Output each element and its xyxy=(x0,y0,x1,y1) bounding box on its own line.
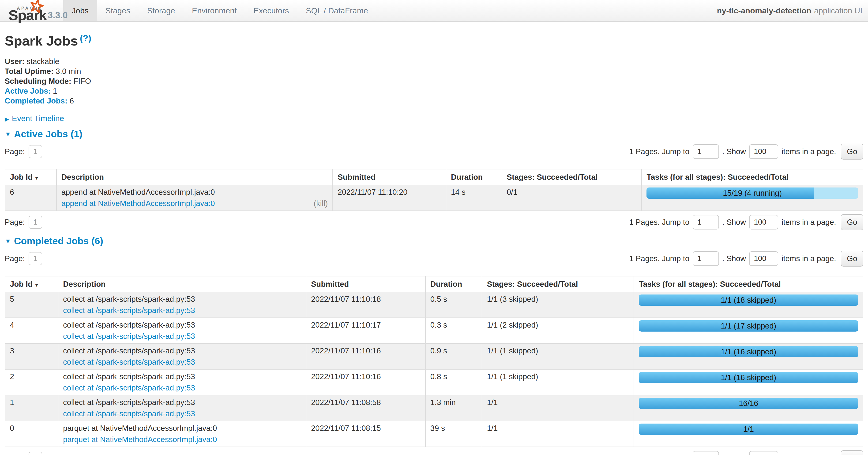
job-id-cell: 3 xyxy=(5,344,58,369)
job-summary: User: stackable Total Uptime: 3.0 min Sc… xyxy=(5,57,863,106)
table-row: 6 append at NativeMethodAccessorImpl.jav… xyxy=(5,185,863,211)
tab-stages[interactable]: Stages xyxy=(97,0,139,21)
active-jobs-link[interactable]: Active Jobs: xyxy=(5,87,51,95)
header-duration[interactable]: Duration xyxy=(446,169,502,185)
pagination-page-input[interactable] xyxy=(29,216,42,229)
header-tasks[interactable]: Tasks (for all stages): Succeeded/Total xyxy=(634,276,863,292)
pagination-bar: Page: 1 Pages. Jump to . Show items in a… xyxy=(5,450,863,455)
pages-jump-text: 1 Pages. Jump to xyxy=(629,254,689,263)
top-navbar: APACHE Spark 3.3.0 Jobs Stages Storage E… xyxy=(0,0,868,22)
jump-to-input[interactable] xyxy=(693,215,719,229)
go-button[interactable]: Go xyxy=(841,251,863,266)
duration-cell: 1.3 min xyxy=(426,395,482,421)
job-detail-link[interactable]: collect at /spark-scripts/spark-ad.py:53 xyxy=(63,383,195,393)
job-detail-link[interactable]: append at NativeMethodAccessorImpl.java:… xyxy=(61,199,215,208)
job-detail-link[interactable]: collect at /spark-scripts/spark-ad.py:53 xyxy=(63,358,195,367)
tab-sql-dataframe[interactable]: SQL / DataFrame xyxy=(298,0,376,21)
task-progress-label: 1/1 (16 skipped) xyxy=(639,346,858,358)
pagination-page-input[interactable] xyxy=(29,452,42,455)
job-detail-link[interactable]: parquet at NativeMethodAccessorImpl.java… xyxy=(63,435,217,444)
stages-cell: 1/1 (2 skipped) xyxy=(482,318,634,344)
table-row: 5 collect at /spark-scripts/spark-ad.py:… xyxy=(5,292,863,318)
summary-user-value: stackable xyxy=(27,57,59,66)
job-id-cell: 5 xyxy=(5,292,58,318)
job-id-cell: 1 xyxy=(5,395,58,421)
table-header-row: Job Id▼ Description Submitted Duration S… xyxy=(5,276,863,292)
sort-arrow-icon: ▼ xyxy=(34,282,39,288)
submitted-cell: 2022/11/07 11:10:17 xyxy=(306,318,426,344)
task-progress-label: 1/1 (17 skipped) xyxy=(639,320,858,332)
event-timeline-label: Event Timeline xyxy=(12,114,64,123)
job-detail-link[interactable]: collect at /spark-scripts/spark-ad.py:53 xyxy=(63,306,195,315)
submitted-cell: 2022/11/07 11:10:16 xyxy=(306,369,426,395)
job-id-cell: 0 xyxy=(5,421,58,447)
duration-cell: 0.3 s xyxy=(426,318,482,344)
go-button[interactable]: Go xyxy=(841,214,863,230)
collapse-right-arrow-icon: ▶ xyxy=(5,116,9,122)
pagination-page-input[interactable] xyxy=(29,145,42,158)
application-ui-suffix: application UI xyxy=(814,6,862,16)
page-size-input[interactable] xyxy=(749,215,778,229)
completed-jobs-link[interactable]: Completed Jobs: xyxy=(5,96,67,105)
tab-environment[interactable]: Environment xyxy=(184,0,245,21)
duration-cell: 0.8 s xyxy=(426,369,482,395)
task-progress-bar: 1/1 (16 skipped) xyxy=(639,346,858,358)
description-text: collect at /spark-scripts/spark-ad.py:53 xyxy=(63,372,301,381)
spark-logo[interactable]: APACHE Spark 3.3.0 xyxy=(5,0,63,21)
pagination-bar: Page: 1 Pages. Jump to . Show items in a… xyxy=(5,251,863,266)
page-size-input[interactable] xyxy=(749,451,778,455)
tasks-progress-cell: 16/16 xyxy=(634,395,863,421)
go-button[interactable]: Go xyxy=(841,450,863,455)
summary-scheduling-mode: Scheduling Mode: FIFO xyxy=(5,76,863,86)
task-progress-label: 15/19 (4 running) xyxy=(647,188,858,199)
description-cell: collect at /spark-scripts/spark-ad.py:53… xyxy=(58,344,306,369)
header-stages[interactable]: Stages: Succeeded/Total xyxy=(502,169,642,185)
header-tasks[interactable]: Tasks (for all stages): Succeeded/Total xyxy=(642,169,863,185)
header-stages[interactable]: Stages: Succeeded/Total xyxy=(482,276,634,292)
pagination-page-input[interactable] xyxy=(29,252,42,265)
tab-storage[interactable]: Storage xyxy=(139,0,184,21)
collapse-down-arrow-icon: ▼ xyxy=(5,237,11,245)
description-cell: collect at /spark-scripts/spark-ad.py:53… xyxy=(58,369,306,395)
event-timeline-toggle[interactable]: ▶Event Timeline xyxy=(5,113,863,123)
task-progress-bar: 1/1 (18 skipped) xyxy=(639,294,858,306)
header-description[interactable]: Description xyxy=(57,169,333,185)
job-detail-link[interactable]: collect at /spark-scripts/spark-ad.py:53 xyxy=(63,332,195,341)
header-duration[interactable]: Duration xyxy=(426,276,482,292)
items-text: items in a page. xyxy=(781,453,836,455)
jump-to-input[interactable] xyxy=(693,144,719,159)
page-title-text: Spark Jobs xyxy=(5,33,78,48)
tab-executors[interactable]: Executors xyxy=(245,0,298,21)
go-button[interactable]: Go xyxy=(841,144,863,160)
kill-link[interactable]: (kill) xyxy=(314,199,328,208)
table-row: 4 collect at /spark-scripts/spark-ad.py:… xyxy=(5,318,863,344)
job-detail-link[interactable]: collect at /spark-scripts/spark-ad.py:53 xyxy=(63,409,195,418)
page-title: Spark Jobs(?) xyxy=(5,32,863,50)
task-progress-label: 16/16 xyxy=(639,398,858,409)
page-label: Page: xyxy=(5,254,25,263)
jump-to-input[interactable] xyxy=(693,251,719,266)
pages-jump-text: 1 Pages. Jump to xyxy=(629,453,689,455)
show-text: . Show xyxy=(722,147,746,156)
description-text: append at NativeMethodAccessorImpl.java:… xyxy=(61,188,328,197)
header-submitted[interactable]: Submitted xyxy=(333,169,446,185)
submitted-cell: 2022/11/07 11:10:20 xyxy=(333,185,446,211)
header-job-id[interactable]: Job Id▼ xyxy=(5,169,57,185)
active-jobs-section-header[interactable]: ▼Active Jobs (1) xyxy=(5,128,863,140)
header-job-id[interactable]: Job Id▼ xyxy=(5,276,58,292)
tab-jobs[interactable]: Jobs xyxy=(63,0,97,21)
page-size-input[interactable] xyxy=(749,144,778,159)
completed-jobs-table: Job Id▼ Description Submitted Duration S… xyxy=(5,276,863,447)
description-text: parquet at NativeMethodAccessorImpl.java… xyxy=(63,424,301,433)
jump-to-input[interactable] xyxy=(693,451,719,455)
header-submitted[interactable]: Submitted xyxy=(306,276,426,292)
help-link[interactable]: (?) xyxy=(80,33,91,43)
items-text: items in a page. xyxy=(781,147,836,156)
description-cell: collect at /spark-scripts/spark-ad.py:53… xyxy=(58,395,306,421)
show-text: . Show xyxy=(722,254,746,263)
pagination-bar: Page: 1 Pages. Jump to . Show items in a… xyxy=(5,214,863,230)
page-size-input[interactable] xyxy=(749,251,778,266)
show-text: . Show xyxy=(722,453,746,455)
header-description[interactable]: Description xyxy=(58,276,306,292)
completed-jobs-section-header[interactable]: ▼Completed Jobs (6) xyxy=(5,235,863,247)
